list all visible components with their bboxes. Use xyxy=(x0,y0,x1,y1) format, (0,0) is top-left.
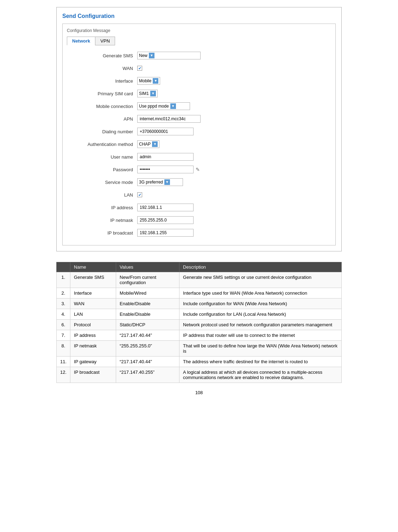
table-row: 7. IP address “217.147.40.44” IP address… xyxy=(57,330,342,341)
form-row-sim-card: Primary SIM card SIM1 ▼ xyxy=(67,89,331,98)
config-message-box: Configuration Message Network VPN Genera… xyxy=(62,24,336,245)
value-auth-method: CHAP ▼ xyxy=(137,140,159,148)
select-sim-card[interactable]: SIM1 ▼ xyxy=(137,90,158,97)
table-row: 8. IP netmask “255.255.255.0” That will … xyxy=(57,341,342,357)
cell-name: IP broadcast xyxy=(70,367,116,383)
label-ip-broadcast: IP broadcast xyxy=(67,230,137,236)
dropdown-arrow-interface[interactable]: ▼ xyxy=(153,78,158,84)
cell-name: WAN xyxy=(70,299,116,309)
select-service-mode[interactable]: 3G preferred ▼ xyxy=(137,178,183,186)
form-row-password: Password ✎ xyxy=(67,165,331,174)
cell-values: “217.147.40.44” xyxy=(116,330,179,341)
cell-num: 2. xyxy=(57,288,70,299)
label-wan: WAN xyxy=(67,66,137,71)
label-username: User name xyxy=(67,154,137,160)
dropdown-arrow-sim-card[interactable]: ▼ xyxy=(150,91,156,96)
value-sim-card: SIM1 ▼ xyxy=(137,90,158,97)
tab-network[interactable]: Network xyxy=(67,37,95,45)
value-lan: ✔ xyxy=(137,192,142,197)
input-ip-netmask[interactable] xyxy=(137,216,194,224)
table-header-row: Name Values Description xyxy=(57,262,342,272)
cell-num: 7. xyxy=(57,330,70,341)
dropdown-arrow-mobile-connection[interactable]: ▼ xyxy=(170,103,176,109)
value-interface: Mobile ▼ xyxy=(137,77,160,85)
select-generate-sms[interactable]: New ▼ xyxy=(137,52,201,59)
select-mobile-connection[interactable]: Use pppd mode ▼ xyxy=(137,102,190,110)
cell-values: New/From current configuration xyxy=(116,272,179,288)
cell-desc: Include configuration for WAN (Wide Area… xyxy=(179,299,342,309)
form-row-ip-address: IP address xyxy=(67,203,331,212)
cell-num: 1. xyxy=(57,272,70,288)
dropdown-arrow-auth-method[interactable]: ▼ xyxy=(152,141,158,147)
cell-desc: Network protocol used for network config… xyxy=(179,320,342,330)
dropdown-arrow-service-mode[interactable]: ▼ xyxy=(164,179,170,185)
value-service-mode: 3G preferred ▼ xyxy=(137,178,183,186)
input-ip-address[interactable] xyxy=(137,204,194,211)
table-row: 4. LAN Enable/Disable Include configurat… xyxy=(57,309,342,320)
cell-values: “217.147.40.44” xyxy=(116,357,179,367)
label-password: Password xyxy=(67,167,137,172)
col-header-desc: Description xyxy=(179,262,342,272)
value-generate-sms: New ▼ xyxy=(137,52,201,59)
table-row: 11. IP gateway “217.147.40.44” The addre… xyxy=(57,357,342,367)
cell-name: IP address xyxy=(70,330,116,341)
checkbox-lan[interactable]: ✔ xyxy=(137,192,142,197)
input-apn[interactable] xyxy=(137,115,201,123)
cell-values: “217.147.40.255” xyxy=(116,367,179,383)
tab-bar: Network VPN xyxy=(67,37,331,45)
form-row-ip-broadcast: IP broadcast xyxy=(67,228,331,237)
value-ip-broadcast xyxy=(137,229,194,237)
label-dialing-number: Dialing number xyxy=(67,129,137,134)
cell-name: LAN xyxy=(70,309,116,320)
form-row-service-mode: Service mode 3G preferred ▼ xyxy=(67,178,331,187)
cell-values: Mobile/Wired xyxy=(116,288,179,299)
edit-password-icon[interactable]: ✎ xyxy=(196,167,200,172)
value-ip-address xyxy=(137,204,194,211)
form-row-username: User name xyxy=(67,152,331,161)
label-ip-address: IP address xyxy=(67,205,137,210)
input-username[interactable] xyxy=(137,153,194,161)
form-row-dialing-number: Dialing number xyxy=(67,127,331,136)
cell-desc: Generate new SMS settings or use current… xyxy=(179,272,342,288)
dropdown-arrow-generate-sms[interactable]: ▼ xyxy=(149,53,154,58)
cell-num: 8. xyxy=(57,341,70,357)
cell-num: 4. xyxy=(57,309,70,320)
config-message-label: Configuration Message xyxy=(67,28,331,33)
description-table-section: Name Values Description 1. Generate SMS … xyxy=(56,262,342,383)
cell-desc: A logical address at which all devices c… xyxy=(179,367,342,383)
checkbox-wan[interactable]: ✔ xyxy=(137,66,142,71)
form-row-ip-netmask: IP netmask xyxy=(67,216,331,225)
table-body: 1. Generate SMS New/From current configu… xyxy=(57,272,342,383)
form-row-auth-method: Authentication method CHAP ▼ xyxy=(67,140,331,149)
label-mobile-connection: Mobile connection xyxy=(67,104,137,109)
cell-num: 12. xyxy=(57,367,70,383)
label-lan: LAN xyxy=(67,192,137,198)
value-ip-netmask xyxy=(137,216,194,224)
form-row-mobile-connection: Mobile connection Use pppd mode ▼ xyxy=(67,102,331,111)
input-ip-broadcast[interactable] xyxy=(137,229,194,237)
table-row: 6. Protocol Static/DHCP Network protocol… xyxy=(57,320,342,330)
cell-values: “255.255.255.0” xyxy=(116,341,179,357)
panel-title: Send Configuration xyxy=(62,13,336,19)
form-row-generate-sms: Generate SMS New ▼ xyxy=(67,51,331,60)
cell-desc: IP address that router will use to conne… xyxy=(179,330,342,341)
cell-desc: That will be used to define how large th… xyxy=(179,341,342,357)
select-interface[interactable]: Mobile ▼ xyxy=(137,77,160,85)
col-header-values: Values xyxy=(116,262,179,272)
value-mobile-connection: Use pppd mode ▼ xyxy=(137,102,190,110)
label-auth-method: Authentication method xyxy=(67,142,137,147)
select-auth-method[interactable]: CHAP ▼ xyxy=(137,140,159,148)
label-interface: Interface xyxy=(67,78,137,84)
input-password[interactable] xyxy=(137,166,194,173)
cell-num: 11. xyxy=(57,357,70,367)
tab-vpn[interactable]: VPN xyxy=(95,37,115,45)
page-number: 108 xyxy=(56,390,342,395)
input-dialing-number[interactable] xyxy=(137,128,194,135)
cell-name: Generate SMS xyxy=(70,272,116,288)
table-row: 12. IP broadcast “217.147.40.255” A logi… xyxy=(57,367,342,383)
value-apn xyxy=(137,115,201,123)
send-config-panel: Send Configuration Configuration Message… xyxy=(56,7,342,251)
cell-num: 6. xyxy=(57,320,70,330)
cell-values: Enable/Disable xyxy=(116,309,179,320)
cell-desc: Include configuration for LAN (Local Are… xyxy=(179,309,342,320)
